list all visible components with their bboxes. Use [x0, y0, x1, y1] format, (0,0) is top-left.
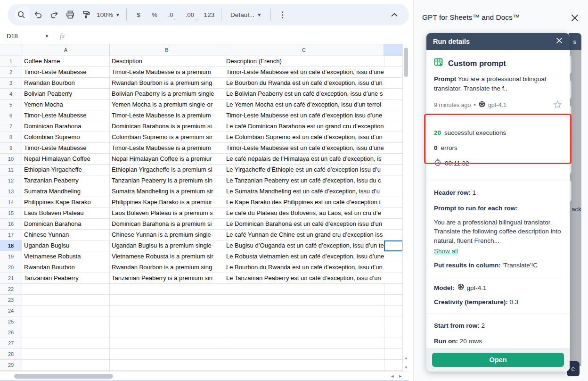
cell-d[interactable] — [384, 349, 402, 360]
cell-b[interactable]: Philippines Kape Barako is a premiur — [110, 197, 224, 208]
row-header[interactable]: 27 — [0, 338, 22, 349]
cell-b[interactable]: Tanzanian Peaberry is a premium sin — [110, 175, 224, 186]
cell-c[interactable] — [224, 338, 384, 349]
cell-c[interactable]: Le Sumatra Mandheling est un café d’exce… — [224, 186, 384, 197]
undo-button[interactable] — [31, 7, 46, 22]
increase-decimal-button[interactable]: .00→ — [182, 7, 197, 22]
cell-a[interactable]: Sumatra Mandheling — [22, 186, 110, 197]
row-header[interactable]: 29 — [0, 360, 22, 371]
cell-a[interactable]: Coffee Name — [22, 56, 110, 67]
show-all-link[interactable]: Show all — [434, 248, 458, 255]
row-header[interactable]: 14 — [0, 197, 22, 208]
cell-b[interactable] — [110, 327, 224, 338]
sidebar-close-button[interactable] — [571, 14, 579, 24]
cell-c[interactable] — [224, 360, 384, 371]
open-button[interactable]: Open — [432, 353, 564, 367]
row-header[interactable]: 26 — [0, 327, 22, 338]
cell-b[interactable]: Timor-Leste Maubesse is a premium — [110, 67, 224, 78]
row-header[interactable]: 1 — [0, 56, 22, 67]
cell-a[interactable]: Colombian Supremo — [22, 132, 110, 143]
cell-a[interactable]: Dominican Barahona — [22, 121, 110, 132]
horizontal-scrollbar[interactable]: ◂ ▸ — [0, 372, 409, 380]
vertical-scrollbar-thumb[interactable] — [404, 48, 408, 77]
font-select[interactable]: Defaul... ▼ — [226, 7, 266, 22]
active-cell-selection[interactable] — [384, 240, 402, 251]
cell-a[interactable]: Rwandan Bourbon — [22, 262, 110, 273]
cell-a[interactable] — [22, 327, 110, 338]
decrease-decimal-button[interactable]: .0← — [163, 7, 178, 22]
search-button[interactable] — [15, 7, 30, 22]
cell-d[interactable] — [384, 295, 402, 306]
cell-b[interactable]: Tanzanian Peaberry is a premium sin — [110, 273, 224, 284]
cell-c[interactable]: Le Colombian Supremo est un café d’excep… — [224, 132, 384, 143]
cell-b[interactable]: Laos Bolaven Plateau is a premium s — [110, 208, 224, 219]
cell-a[interactable]: Yemen Mocha — [22, 99, 110, 110]
cell-c[interactable]: Le Bugisu d’Ouganda est un café d’except… — [224, 240, 384, 251]
cell-c[interactable] — [224, 327, 384, 338]
cell-c[interactable]: Le café népalais de l’Himalaya est un ca… — [224, 154, 384, 165]
format-currency-button[interactable]: $ — [131, 7, 146, 22]
cell-c[interactable]: Le café Dominican Barahona est un grand … — [224, 121, 384, 132]
cell-c[interactable]: Le café Yunnan de Chine est un grand cru… — [224, 230, 384, 240]
cell-b[interactable] — [110, 338, 224, 349]
cell-b[interactable]: Description — [110, 56, 224, 67]
row-header[interactable]: 21 — [0, 273, 22, 284]
cell-a[interactable] — [22, 349, 110, 360]
cell-a[interactable] — [22, 306, 110, 316]
cell-a[interactable] — [22, 338, 110, 349]
cell-a[interactable]: Bolivian Peaberry — [22, 89, 110, 99]
cell-c[interactable]: Description (French) — [224, 56, 384, 67]
more-formats-button[interactable]: 123 — [202, 7, 217, 22]
cell-c[interactable]: Le Bourbon du Rwanda est un café d’excep… — [224, 78, 384, 89]
cell-b[interactable]: Ugandan Bugisu is a premium single- — [110, 240, 224, 251]
cell-c[interactable] — [224, 316, 384, 327]
row-header[interactable]: 15 — [0, 208, 22, 219]
scroll-down-icon[interactable]: ▼ — [403, 365, 409, 370]
vertical-scrollbar[interactable]: ▲ ▼ — [402, 44, 409, 372]
row-header[interactable]: 25 — [0, 316, 22, 327]
cell-c[interactable] — [224, 284, 384, 295]
cell-b[interactable]: Vietnamese Robusta is a premium sir — [110, 251, 224, 262]
cell-a[interactable]: Ethiopian Yirgacheffe — [22, 165, 110, 175]
row-header[interactable]: 17 — [0, 230, 22, 240]
name-box[interactable]: D18 ▼ — [0, 33, 53, 40]
cell-a[interactable]: Tanzanian Peaberry — [22, 273, 110, 284]
cell-c[interactable]: Le Kape Barako des Philippines est un ca… — [224, 197, 384, 208]
cell-b[interactable]: Rwandan Bourbon is a premium sing — [110, 78, 224, 89]
run-details-close-button[interactable] — [555, 37, 563, 46]
cell-d[interactable] — [384, 316, 402, 327]
favorite-star-button[interactable] — [553, 100, 562, 110]
row-header[interactable]: 12 — [0, 175, 22, 186]
cell-a[interactable] — [22, 295, 110, 306]
horizontal-scrollbar-thumb[interactable] — [14, 374, 113, 379]
cell-c[interactable]: Le Bourbon du Rwanda est un café d’excep… — [224, 262, 384, 273]
row-header[interactable]: 20 — [0, 262, 22, 273]
print-button[interactable] — [63, 7, 78, 22]
cell-a[interactable]: Dominican Barahona — [22, 219, 110, 230]
row-header[interactable]: 6 — [0, 110, 22, 121]
cell-b[interactable]: Timor-Leste Maubesse is a premium — [110, 143, 224, 154]
cell-d[interactable] — [384, 327, 402, 338]
cell-a[interactable] — [22, 284, 110, 295]
hide-menus-button[interactable] — [387, 7, 402, 22]
cell-b[interactable]: Timor-Leste Maubesse is a premium — [110, 110, 224, 121]
row-header[interactable]: 7 — [0, 121, 22, 132]
row-header[interactable]: 5 — [0, 99, 22, 110]
cell-a[interactable] — [22, 360, 110, 371]
cell-a[interactable]: Vietnamese Robusta — [22, 251, 110, 262]
cell-b[interactable] — [110, 295, 224, 306]
cell-a[interactable]: Nepal Himalayan Coffee — [22, 154, 110, 165]
row-header[interactable]: 24 — [0, 306, 22, 316]
cell-c[interactable]: Le Bolivian Peaberry est un café d’excep… — [224, 89, 384, 99]
row-header[interactable]: 10 — [0, 154, 22, 165]
cell-b[interactable]: Chinese Yunnan is a premium single- — [110, 230, 224, 240]
cell-b[interactable] — [110, 349, 224, 360]
feedback-link-fragment[interactable]: ack — [572, 206, 581, 213]
row-header[interactable]: 4 — [0, 89, 22, 99]
cell-d[interactable] — [384, 284, 402, 295]
row-header[interactable]: 18 — [0, 240, 22, 251]
cell-a[interactable]: Timor-Leste Maubesse — [22, 67, 110, 78]
cell-a[interactable]: Laos Bolaven Plateau — [22, 208, 110, 219]
row-header[interactable]: 16 — [0, 219, 22, 230]
cell-a[interactable]: Timor-Leste Maubesse — [22, 110, 110, 121]
